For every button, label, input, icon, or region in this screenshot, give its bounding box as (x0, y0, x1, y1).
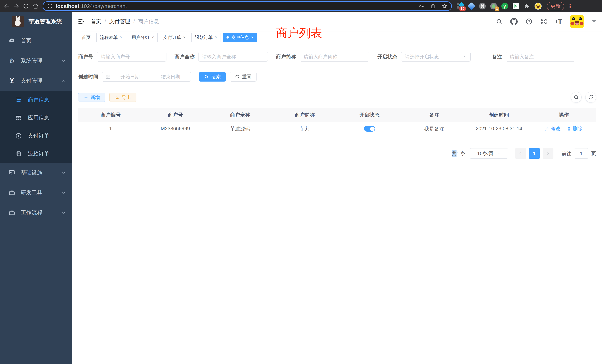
share-icon[interactable] (430, 3, 436, 9)
short-name-input[interactable] (300, 52, 369, 62)
add-button[interactable]: 新增 (78, 93, 105, 102)
col-full-name: 商户全称 (208, 108, 272, 122)
col-merchant-no: 商户号 (143, 108, 208, 122)
remark-input[interactable] (506, 52, 575, 62)
tab-process-form[interactable]: 流程表单× (96, 33, 126, 42)
delete-link[interactable]: 删除 (567, 126, 582, 132)
sidebar-item-pay[interactable]: ¥ 支付管理 (0, 71, 72, 91)
sidebar-logo-row[interactable]: 芋道管理系统 (0, 12, 72, 31)
close-icon[interactable]: × (183, 35, 186, 40)
sidebar-item-workflow[interactable]: 工作流程 (0, 203, 72, 223)
sidebar-item-label: 基础设施 (21, 169, 42, 176)
breadcrumb-home[interactable]: 首页 (91, 18, 101, 25)
sidebar-item-label: 支付订单 (28, 132, 49, 139)
browser-home-button[interactable] (32, 2, 40, 10)
dashboard-icon (8, 37, 16, 44)
address-bar[interactable]: localhost:1024/pay/merchant (43, 1, 452, 11)
reset-button[interactable]: 重置 (230, 72, 257, 82)
date-start-placeholder: 开始日期 (113, 74, 147, 80)
app-logo-rabbit (12, 16, 24, 27)
search-button[interactable]: 搜索 (199, 72, 226, 82)
col-create-time: 创建时间 (467, 108, 531, 122)
extension-tabs-icon[interactable]: 10 (457, 3, 464, 10)
url-path: :1024/pay/merchant (79, 3, 127, 9)
sidebar-item-dev-tools[interactable]: 研发工具 (0, 183, 72, 203)
status-toggle[interactable] (364, 126, 375, 132)
col-merchant-id: 商户编号 (78, 108, 143, 122)
sidebar-item-refund-order[interactable]: 退款订单 (0, 145, 72, 163)
sidebar-item-pay-order[interactable]: 支付订单 (0, 127, 72, 145)
chevron-down-icon (61, 190, 66, 195)
help-icon[interactable] (526, 18, 533, 25)
sidebar-item-infrastructure[interactable]: 基础设施 (0, 163, 72, 183)
tab-pay-order[interactable]: 支付订单× (160, 33, 189, 42)
browser-back-button[interactable] (3, 2, 11, 10)
breadcrumb-pay[interactable]: 支付管理 (109, 18, 130, 25)
extensions-puzzle-icon[interactable] (523, 3, 530, 10)
extension-emoji-icon[interactable] (535, 3, 542, 10)
full-name-input[interactable] (198, 52, 268, 62)
header-search-icon[interactable] (496, 18, 503, 25)
sidebar-item-merchant-info[interactable]: 商户信息 (0, 91, 72, 109)
create-time-range-picker[interactable]: 开始日期 - 结束日期 (102, 72, 191, 82)
sidebar-item-label: 系统管理 (21, 57, 42, 64)
pagination-total: 共 1 条 (452, 150, 465, 157)
chrome-update-button[interactable]: 更新 (547, 2, 564, 10)
merchant-no-input[interactable] (97, 52, 166, 62)
browser-forward-button[interactable] (12, 2, 20, 10)
tab-home[interactable]: 首页 (78, 33, 94, 42)
extension-recorder-icon[interactable]: 1 (490, 3, 497, 10)
password-key-icon[interactable] (418, 3, 424, 9)
sidebar-item-home[interactable]: 首页 (0, 31, 72, 51)
font-size-icon[interactable]: TT (555, 19, 562, 24)
page-number-1[interactable]: 1 (529, 148, 540, 159)
avatar[interactable] (570, 15, 584, 28)
status-label: 开启状态 (377, 53, 397, 60)
chevron-down-icon (61, 210, 66, 215)
close-icon[interactable]: × (215, 35, 217, 40)
close-icon[interactable]: × (120, 35, 122, 40)
chrome-menu-icon[interactable]: ⋮ (567, 3, 573, 10)
close-icon[interactable]: × (251, 35, 254, 40)
browser-reload-button[interactable] (22, 2, 30, 10)
grid-icon (14, 115, 23, 121)
edit-link[interactable]: 修改 (545, 126, 560, 132)
goto-page-input[interactable] (574, 148, 588, 159)
prev-page-button[interactable] (515, 148, 526, 159)
fullscreen-icon[interactable] (540, 18, 547, 25)
tab-refund-order[interactable]: 退款订单× (192, 33, 221, 42)
site-info-icon[interactable] (47, 3, 53, 9)
close-icon[interactable]: × (152, 35, 154, 40)
selected-text: 共 (452, 150, 456, 157)
browser-extensions: 10 ⌘ 1 y (457, 3, 542, 10)
github-icon[interactable] (510, 18, 518, 25)
sidebar-item-system[interactable]: ⚙ 系统管理 (0, 51, 72, 71)
sidebar-collapse-icon[interactable] (78, 18, 85, 25)
next-page-button[interactable] (543, 148, 553, 159)
merchant-table: 商户编号 商户号 商户全称 商户简称 开启状态 备注 创建时间 操作 1 M23… (78, 108, 596, 136)
col-short-name: 商户简称 (272, 108, 337, 122)
yen-icon: ¥ (8, 77, 16, 85)
extension-y-icon[interactable]: y (501, 3, 508, 10)
export-button[interactable]: 导出 (109, 93, 136, 102)
toolbox-icon (8, 189, 16, 196)
extension-flag-icon[interactable] (512, 3, 519, 10)
table-row: 1 M233666999 芋道源码 芋艿 我是备注 2021-10-23 08:… (78, 122, 596, 136)
remark-label: 备注 (492, 53, 502, 60)
chevron-down-icon (61, 58, 66, 63)
red-annotation-title: 商户列表 (276, 25, 322, 41)
refresh-button[interactable] (585, 92, 596, 103)
extension-gem-icon[interactable] (468, 3, 475, 10)
tab-user-group[interactable]: 用户分组× (128, 33, 158, 42)
toggle-search-button[interactable] (571, 92, 582, 103)
status-select[interactable]: 请选择开启状态 (401, 52, 471, 62)
extension-command-icon[interactable]: ⌘ (479, 3, 486, 10)
bookmark-star-icon[interactable] (441, 3, 447, 9)
page-size-select[interactable]: 10条/页 (470, 148, 508, 159)
active-tab-dot (226, 36, 229, 39)
shop-icon (14, 96, 23, 103)
tab-merchant-info[interactable]: 商户信息× (223, 33, 257, 42)
url-text[interactable]: localhost:1024/pay/merchant (56, 3, 415, 9)
sidebar-item-app-info[interactable]: 应用信息 (0, 109, 72, 127)
avatar-dropdown-caret[interactable] (592, 20, 596, 23)
